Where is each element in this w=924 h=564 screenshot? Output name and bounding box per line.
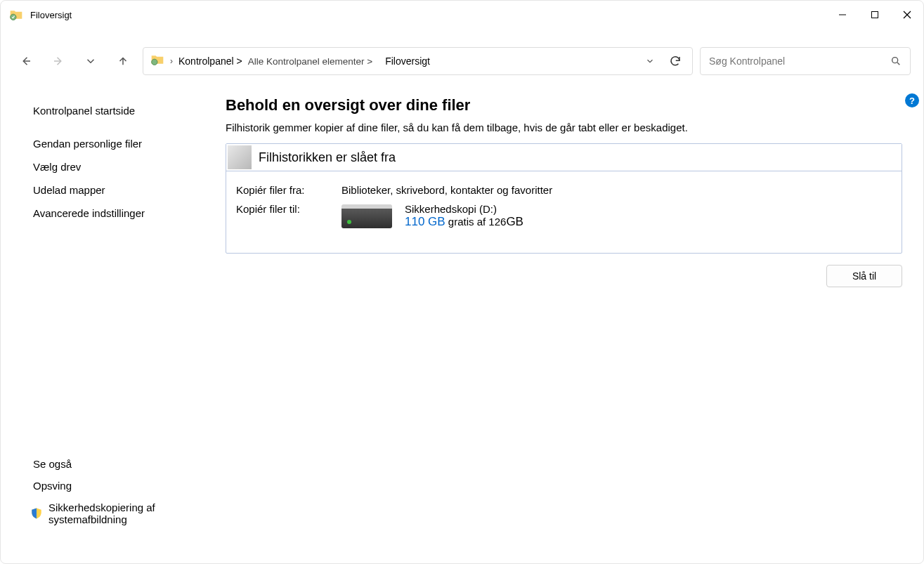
window-controls <box>826 1 923 29</box>
status-icon <box>228 145 252 169</box>
help-button[interactable]: ? <box>905 93 919 107</box>
see-also-header: Se også <box>33 458 226 470</box>
drive-name: Sikkerhedskopi (D:) <box>405 203 523 215</box>
maximize-button[interactable] <box>859 1 891 29</box>
search-input[interactable] <box>709 55 890 67</box>
forward-button[interactable] <box>46 48 71 74</box>
enable-button[interactable]: Slå til <box>826 265 902 287</box>
svg-point-7 <box>152 59 157 65</box>
recent-dropdown[interactable] <box>78 48 103 74</box>
copy-from-label: Kopiér filer fra: <box>236 184 341 196</box>
sidebar: Kontrolpanel startside Gendan personlige… <box>22 92 226 549</box>
page-description: Filhistorik gemmer kopier af dine filer,… <box>226 122 902 133</box>
sidebar-item-home[interactable]: Kontrolpanel startside <box>33 105 226 117</box>
search-icon[interactable] <box>890 55 902 67</box>
address-dropdown[interactable] <box>640 51 660 71</box>
svg-point-8 <box>892 58 898 63</box>
svg-rect-2 <box>872 12 878 18</box>
status-box: Filhistorikken er slået fra Kopiér filer… <box>226 143 902 254</box>
breadcrumb-part1[interactable]: Kontrolpanel > <box>178 55 242 67</box>
see-also-recovery[interactable]: Opsving <box>13 480 226 492</box>
search-box[interactable] <box>700 47 911 75</box>
back-button[interactable] <box>13 48 39 74</box>
breadcrumb-part3[interactable]: Filoversigt <box>385 55 430 67</box>
page-heading: Behold en oversigt over dine filer <box>226 96 902 114</box>
window-title: Filoversigt <box>30 10 72 20</box>
drive-size: 110 GB gratis af 126GB <box>405 215 523 229</box>
minimize-button[interactable] <box>826 1 859 29</box>
refresh-button[interactable] <box>665 51 685 71</box>
close-button[interactable] <box>891 1 923 29</box>
see-also-system-image[interactable]: Sikkerhedskopiering af systemafbildning <box>11 501 226 525</box>
address-icon <box>150 53 164 70</box>
copy-to-label: Kopiér filer til: <box>236 203 341 229</box>
sidebar-item-restore[interactable]: Gendan personlige filer <box>33 138 226 150</box>
up-button[interactable] <box>110 48 136 74</box>
titlebar: Filoversigt <box>1 1 923 29</box>
shield-icon <box>30 507 43 520</box>
sidebar-item-advanced[interactable]: Avancerede indstillinger <box>33 207 226 219</box>
svg-line-9 <box>897 63 899 65</box>
main-content: Behold en oversigt over dine filer Filhi… <box>226 92 902 549</box>
copy-from-value: Biblioteker, skrivebord, kontakter og fa… <box>341 184 552 196</box>
navigation-row: › Kontrolpanel > Alle Kontrolpanel eleme… <box>1 44 923 78</box>
sidebar-item-select-drive[interactable]: Vælg drev <box>33 161 226 173</box>
chevron-right-icon: › <box>170 56 173 66</box>
address-bar[interactable]: › Kontrolpanel > Alle Kontrolpanel eleme… <box>143 47 693 75</box>
app-icon <box>9 8 23 22</box>
sidebar-item-exclude[interactable]: Udelad mapper <box>33 184 226 196</box>
status-title: Filhistorikken er slået fra <box>253 150 396 165</box>
drive-icon <box>341 204 392 228</box>
breadcrumb-part2[interactable]: Alle Kontrolpanel elementer > <box>248 56 372 67</box>
